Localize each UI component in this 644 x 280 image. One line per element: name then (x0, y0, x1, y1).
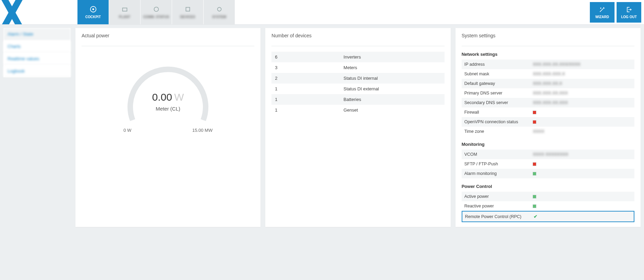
device-label: Genset (340, 105, 444, 115)
status-indicator (533, 195, 536, 198)
device-label: Inverters (340, 52, 444, 62)
table-row: 6Inverters (271, 52, 444, 62)
settings-label: Time zone (464, 129, 533, 134)
device-count: 1 (271, 94, 340, 105)
nav-devices[interactable]: DEVICES (172, 0, 204, 24)
settings-label: Subnet mask (464, 72, 533, 76)
svg-rect-2 (122, 8, 127, 11)
device-count: 1 (271, 105, 340, 115)
settings-label: Primary DNS server (464, 91, 533, 96)
table-row: 1Batteries (271, 94, 444, 105)
system-settings-panel: System settings Network settings IP addr… (455, 28, 641, 227)
device-label: Meters (340, 62, 444, 73)
wizard-button[interactable]: WIZARD (590, 2, 615, 23)
settings-label: Secondary DNS server (464, 100, 533, 105)
nav-label: COCKPIT (85, 15, 101, 19)
check-icon: ✔ (534, 214, 537, 219)
panel-title: Number of devices (271, 33, 444, 42)
settings-label: SFTP / FTP-Push (464, 162, 533, 166)
svg-point-3 (154, 7, 158, 12)
settings-value: XXXX (533, 129, 544, 134)
svg-point-1 (92, 9, 94, 10)
actual-power-panel: Actual power 0.00W Meter (CL) 0 W 15.00 … (75, 28, 260, 227)
device-count: 1 (271, 84, 340, 94)
top-nav: COCKPIT PLANT COMM. STATUS DEVICES SYSTE… (77, 0, 235, 24)
status-indicator (533, 111, 536, 114)
gauge-value: 0.00 (152, 91, 172, 103)
nav-system[interactable]: SYSTEM (204, 0, 235, 24)
status-indicator (533, 120, 536, 124)
app-logo (0, 0, 31, 24)
settings-label: VCOM (464, 152, 533, 157)
main-layout: Alarm / State Charts Realtime values Log… (0, 25, 644, 230)
status-indicator (533, 163, 536, 166)
nav-comm[interactable]: COMM. STATUS (141, 0, 172, 24)
settings-row: VCOMXXXX XXXXXXXX (462, 150, 634, 159)
sidebar-item-alarm[interactable]: Alarm / State (3, 28, 71, 40)
settings-value: XXXX XXXXXXXX (533, 152, 569, 157)
settings-row: Secondary DNS serverXXX.XXX.XX.XXX (462, 98, 634, 107)
wizard-label: WIZARD (595, 15, 609, 19)
table-row: 1Status DI external (271, 84, 444, 94)
sidebar: Alarm / State Charts Realtime values Log… (3, 28, 71, 227)
device-label: Status DI internal (340, 73, 444, 84)
devices-panel: Number of devices 6Inverters3Meters2Stat… (265, 28, 450, 227)
nav-label: DEVICES (180, 15, 195, 19)
settings-value: XXX.XXX.XX.XXX/XXXX (533, 62, 581, 67)
settings-label: Reactive power (464, 204, 533, 208)
logout-button[interactable]: LOG OUT (617, 2, 641, 23)
settings-label: OpenVPN connection status (464, 119, 533, 124)
settings-row: Time zoneXXXX (462, 127, 634, 136)
sidebar-item-realtime[interactable]: Realtime values (3, 53, 71, 65)
nav-label: COMM. STATUS (143, 15, 169, 19)
wand-icon (599, 6, 606, 13)
device-label: Status DI external (340, 84, 444, 94)
settings-row: Alarm monitoring (462, 169, 634, 178)
section-header-monitoring: Monitoring (462, 142, 634, 147)
settings-row: Remote Power Control (RPC)✔ (462, 211, 634, 222)
table-row: 3Meters (271, 62, 444, 73)
logout-label: LOG OUT (621, 15, 637, 19)
settings-row: Subnet maskXXX.XXX.XXX.X (462, 69, 634, 79)
nav-label: SYSTEM (212, 15, 226, 19)
table-row: 2Status DI internal (271, 73, 444, 84)
settings-row: Default gatewayXXX.XXX.XX.X (462, 79, 634, 88)
svg-point-5 (217, 8, 221, 11)
settings-label: Remote Power Control (RPC) (465, 214, 534, 219)
settings-value: XXX.XXX.XX.XXX (533, 91, 568, 96)
settings-row: Active power (462, 192, 634, 201)
logout-icon (625, 6, 632, 13)
settings-value: XXX.XXX.XX.X (533, 81, 562, 86)
status-indicator (533, 172, 536, 175)
table-row: 1Genset (271, 105, 444, 115)
nav-label: PLANT (119, 15, 130, 19)
settings-value: XXX.XXX.XXX.X (533, 72, 565, 76)
status-indicator (533, 205, 536, 208)
settings-row: SFTP / FTP-Push (462, 159, 634, 169)
nav-cockpit[interactable]: COCKPIT (77, 0, 109, 24)
settings-label: Default gateway (464, 81, 533, 86)
settings-value: XXX.XXX.XX.XXX (533, 100, 568, 105)
sidebar-item-charts[interactable]: Charts (3, 40, 71, 53)
devices-table: 6Inverters3Meters2Status DI internal1Sta… (271, 52, 444, 115)
svg-rect-4 (186, 8, 190, 11)
section-header-power: Power Control (462, 184, 634, 189)
device-count: 3 (271, 62, 340, 73)
sidebar-item-logbook[interactable]: Logbook (3, 65, 71, 77)
gauge-max: 15.00 MW (192, 128, 212, 133)
gauge-min: 0 W (123, 128, 131, 133)
power-gauge: 0.00W Meter (CL) (122, 59, 214, 127)
settings-row: Reactive power (462, 201, 634, 211)
settings-row: Primary DNS serverXXX.XXX.XX.XXX (462, 88, 634, 98)
gauge-unit: W (174, 91, 184, 103)
settings-row: OpenVPN connection status (462, 117, 634, 127)
settings-label: Alarm monitoring (464, 171, 533, 176)
settings-label: Active power (464, 194, 533, 199)
top-actions: WIZARD LOG OUT (590, 0, 644, 24)
panel-title: Actual power (82, 33, 254, 42)
gauge-subtitle: Meter (CL) (122, 106, 214, 112)
device-count: 6 (271, 52, 340, 62)
nav-plant[interactable]: PLANT (109, 0, 141, 24)
device-count: 2 (271, 73, 340, 84)
section-header-network: Network settings (462, 52, 634, 57)
